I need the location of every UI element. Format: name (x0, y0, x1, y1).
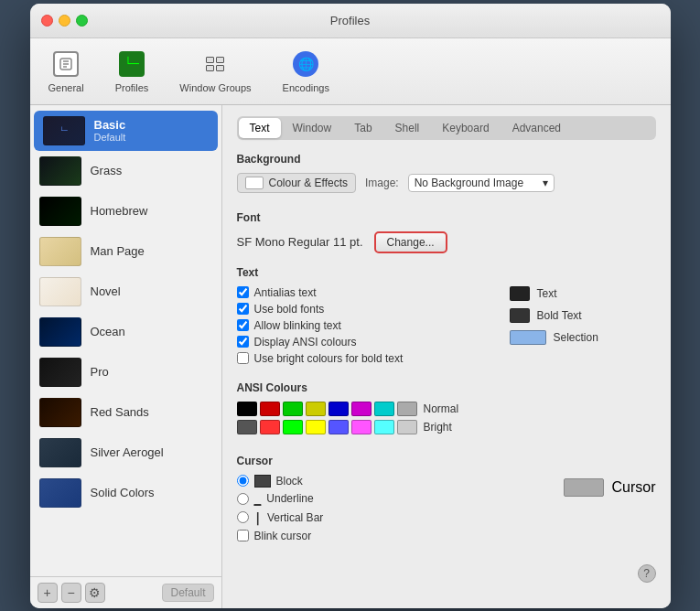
sidebar-thumb-silveraerogel (39, 438, 81, 467)
ansi-bright-3[interactable] (306, 420, 326, 434)
text-colour-row: Text (510, 286, 557, 301)
tab-shell[interactable]: Shell (384, 118, 431, 138)
ansi-normal-3[interactable] (306, 402, 326, 416)
sidebar-item-pro[interactable]: Pro (30, 352, 221, 392)
sidebar-thumb-pro (39, 358, 81, 387)
ansi-bright-0[interactable] (237, 420, 257, 434)
cursor-row: Block _ Underline | Vertical Bar (237, 475, 656, 546)
cursor-colour-swatch[interactable] (564, 478, 604, 497)
tab-advanced[interactable]: Advanced (501, 118, 572, 138)
sidebar-item-solidcolors[interactable]: Solid Colors (30, 473, 221, 513)
sidebar-item-novel[interactable]: Novel (30, 272, 221, 312)
ansi-bright-label: Bright (424, 421, 452, 434)
ansi-normal-6[interactable] (374, 402, 394, 416)
ansi-bright-2[interactable] (283, 420, 303, 434)
tab-text[interactable]: Text (239, 118, 281, 138)
general-icon (53, 51, 79, 77)
ansi-bright-5[interactable] (351, 420, 372, 434)
sidebar-item-ocean[interactable]: Ocean (30, 312, 221, 352)
ansi-normal-5[interactable] (351, 402, 372, 416)
toolbar-general[interactable]: General (41, 46, 92, 97)
sidebar-label-novel: Novel (91, 284, 121, 298)
sidebar-item-text-manpage: Man Page (91, 244, 145, 258)
sidebar-thumb-basic: └─ (43, 116, 85, 145)
toolbar-encodings[interactable]: 🌐 Encodings (275, 46, 337, 97)
add-profile-button[interactable]: + (38, 583, 58, 603)
remove-profile-button[interactable]: − (61, 583, 81, 603)
colour-effects-button[interactable]: Colour & Effects (237, 173, 356, 193)
blink-cursor-row: Blink cursor (237, 530, 546, 542)
sidebar: └─ Basic Default Grass (30, 105, 222, 608)
toolbar-profiles-label: Profiles (115, 82, 149, 93)
sidebar-item-silveraerogel[interactable]: Silver Aerogel (30, 433, 221, 473)
default-button: Default (162, 584, 213, 602)
titlebar: Profiles (30, 4, 671, 38)
sidebar-item-manpage[interactable]: Man Page (30, 231, 221, 272)
selection-colour-swatch[interactable] (510, 330, 546, 345)
maximize-button[interactable] (76, 15, 88, 27)
image-select-chevron: ▾ (543, 177, 548, 189)
sidebar-list: └─ Basic Default Grass (30, 105, 221, 576)
text-col-left: Antialias text Use bold fonts Allow blin… (237, 286, 491, 369)
text-colour-swatch[interactable] (510, 286, 530, 301)
blink-cursor-checkbox[interactable] (237, 530, 249, 541)
bright-bold-row: Use bright colours for bold text (237, 352, 491, 365)
ansi-normal-7[interactable] (397, 402, 417, 416)
antialias-checkbox[interactable] (237, 286, 249, 298)
toolbar-window-groups[interactable]: Window Groups (172, 46, 258, 97)
sidebar-item-homebrew[interactable]: Homebrew (30, 191, 221, 231)
tab-tab[interactable]: Tab (343, 118, 382, 138)
sidebar-item-redsands[interactable]: Red Sands (30, 392, 221, 433)
ansi-bright-6[interactable] (374, 420, 394, 434)
ansi-bright-row: Bright (237, 420, 656, 434)
ansi-label: Display ANSI colours (254, 336, 357, 348)
toolbar-general-label: General (48, 82, 84, 93)
background-row: Colour & Effects Image: No Background Im… (237, 173, 656, 193)
font-section: Font SF Mono Regular 11 pt. Change... (237, 211, 656, 253)
image-select-value: No Background Image (415, 177, 523, 189)
colour-effects-label: Colour & Effects (269, 177, 348, 189)
minimize-button[interactable] (59, 15, 70, 27)
sidebar-label-pro: Pro (91, 365, 109, 379)
font-name: SF Mono Regular 11 pt. (237, 235, 363, 249)
cursor-underline-label: Underline (266, 492, 313, 505)
bright-bold-checkbox[interactable] (237, 352, 249, 364)
ansi-bright-7[interactable] (397, 420, 417, 434)
bold-colour-swatch[interactable] (510, 308, 530, 323)
ansi-normal-1[interactable] (260, 402, 280, 416)
close-button[interactable] (41, 15, 53, 27)
settings-profile-button[interactable]: ⚙ (85, 583, 105, 603)
ansi-normal-4[interactable] (328, 402, 349, 416)
text-col-right: Text Bold Text Selection (510, 286, 656, 369)
ansi-row: Display ANSI colours (237, 336, 491, 348)
cursor-block-radio[interactable] (237, 475, 249, 487)
cursor-section: Cursor Block _ Underline (237, 455, 656, 546)
ansi-checkbox[interactable] (237, 336, 249, 348)
image-select[interactable]: No Background Image ▾ (408, 174, 555, 192)
bright-bold-label: Use bright colours for bold text (254, 352, 404, 365)
tab-bar: Text Window Tab Shell Keyboard Advanced (237, 116, 656, 140)
help-button[interactable]: ? (638, 564, 656, 583)
change-font-button[interactable]: Change... (374, 231, 447, 253)
sidebar-label-basic: Basic (94, 118, 126, 132)
tab-window[interactable]: Window (282, 118, 343, 138)
cursor-underline-radio[interactable] (237, 493, 249, 505)
ansi-section: ANSI Colours Normal (237, 381, 656, 442)
toolbar-profiles[interactable]: └─ Profiles (108, 46, 156, 97)
cursor-vbar-radio[interactable] (237, 511, 249, 523)
ansi-normal-2[interactable] (283, 402, 303, 416)
sidebar-item-basic[interactable]: └─ Basic Default (34, 111, 218, 151)
sidebar-item-text-basic: Basic Default (94, 118, 126, 143)
sidebar-item-grass[interactable]: Grass (30, 151, 221, 191)
blink-checkbox[interactable] (237, 319, 249, 331)
ansi-bright-4[interactable] (328, 420, 349, 434)
bold-fonts-checkbox[interactable] (237, 303, 249, 315)
ansi-bright-1[interactable] (260, 420, 280, 434)
ansi-normal-0[interactable] (237, 402, 257, 416)
cursor-block-preview (254, 475, 271, 488)
sidebar-thumb-solidcolors (39, 478, 81, 508)
tab-keyboard[interactable]: Keyboard (431, 118, 500, 138)
sidebar-label-homebrew: Homebrew (91, 204, 148, 218)
sidebar-footer: + − ⚙ Default (30, 576, 221, 608)
blink-row: Allow blinking text (237, 319, 491, 332)
